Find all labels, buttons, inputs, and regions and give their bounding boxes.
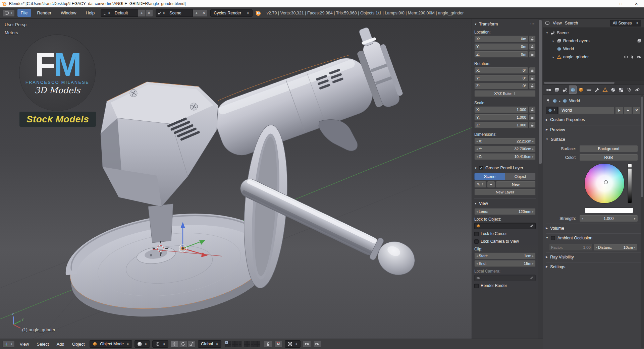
panel-surface[interactable]: ▼Surface — [546, 135, 641, 143]
opengl-render-anim-button[interactable] — [313, 340, 321, 348]
pivot-select[interactable]: ⇕ — [152, 340, 168, 348]
dimension-x-field[interactable]: ◂X:22.21cm▸ — [474, 138, 536, 144]
rotation-z-field[interactable]: Z:0° — [474, 82, 528, 89]
manipulator-rotate-button[interactable] — [179, 340, 187, 348]
transform-orientation-select[interactable]: Global ⇕ — [198, 340, 221, 348]
eyedropper-icon[interactable] — [530, 224, 534, 228]
visibility-eye-icon[interactable] — [624, 55, 628, 59]
tab-scene[interactable] — [561, 85, 569, 94]
grease-pencil-datablock-button[interactable]: ✎⇕ — [474, 181, 486, 188]
scene-name-field[interactable]: Scene — [167, 9, 193, 17]
menu-render[interactable]: Render — [34, 9, 55, 17]
panel-settings[interactable]: ▶Settings — [546, 262, 641, 271]
properties-scrollbar[interactable] — [641, 95, 644, 348]
tab-object[interactable] — [577, 85, 585, 94]
snap-element-select[interactable]: ⇕ — [285, 340, 301, 348]
lock-scale-x-button[interactable] — [529, 106, 536, 113]
add-world-button[interactable]: + — [624, 107, 632, 114]
lock-object-field[interactable] — [474, 223, 536, 229]
location-z-field[interactable]: Z:0m — [474, 51, 528, 58]
rotation-x-field[interactable]: X:0° — [474, 67, 528, 74]
tab-physics[interactable] — [633, 85, 641, 94]
screen-browse-button[interactable]: ⇕ — [101, 9, 112, 17]
editor-type-button[interactable]: ⇕ — [2, 9, 15, 17]
dimension-y-field[interactable]: ◂Y:32.706cm▸ — [474, 146, 536, 152]
outliner-display-filter[interactable]: All Scenes ⇕ — [610, 20, 641, 26]
render-border-checkbox[interactable] — [474, 284, 479, 288]
lock-location-x-button[interactable] — [529, 36, 536, 42]
rotation-y-field[interactable]: Y:0° — [474, 75, 528, 81]
tab-scene[interactable]: Scene — [474, 173, 505, 180]
menu-view-3d[interactable]: View — [17, 340, 32, 348]
grease-pencil-new-button[interactable]: New — [496, 181, 536, 188]
pin-icon[interactable] — [546, 99, 550, 103]
world-browse-button[interactable]: ⇕ — [546, 107, 558, 114]
ao-distance-slider[interactable]: ◂Distanc:10cm▸ — [594, 244, 637, 251]
location-x-field[interactable]: X:0m — [474, 36, 528, 42]
menu-select[interactable]: Select — [34, 340, 52, 348]
tab-render[interactable] — [545, 85, 552, 94]
viewport-3d[interactable]: z y x User Persp Meters (1) angle_grinde… — [0, 19, 543, 339]
screen-name-field[interactable]: Default — [112, 9, 138, 17]
ambient-occlusion-checkbox[interactable] — [551, 236, 555, 240]
scale-z-field[interactable]: Z:1.000 — [474, 122, 528, 128]
menu-window[interactable]: Window — [57, 9, 79, 17]
maximize-button[interactable]: □ — [613, 0, 629, 7]
tab-render-layers[interactable] — [553, 85, 560, 94]
screen-add-button[interactable]: + — [138, 9, 146, 17]
value-slider[interactable] — [628, 164, 632, 203]
model-angle-grinder[interactable] — [64, 23, 420, 328]
fake-user-button[interactable]: F — [615, 107, 623, 114]
expander-icon[interactable]: ▸ — [552, 55, 555, 59]
lock-rotation-y-button[interactable] — [529, 75, 536, 81]
render-engine-select[interactable]: Cycles Render ⇕ — [210, 9, 253, 17]
grease-pencil-checkbox[interactable]: ✓ — [479, 166, 483, 170]
tab-object[interactable]: Object — [505, 173, 536, 180]
render-visibility-icon[interactable] — [637, 55, 642, 59]
surface-type-select[interactable]: Background — [579, 145, 638, 152]
menu-help[interactable]: Help — [82, 9, 98, 17]
panel-transform-header[interactable]: ▼ Transform ∷∷ — [474, 20, 536, 28]
screen-delete-button[interactable]: ✕ — [146, 9, 153, 17]
lock-to-cursor-checkbox[interactable] — [474, 232, 479, 236]
panel-grease-pencil-header[interactable]: ▼ ✓ Grease Pencil Layer — [474, 163, 536, 172]
value-slider-handle[interactable] — [628, 167, 632, 169]
lock-scale-z-button[interactable] — [529, 122, 536, 128]
tab-modifiers[interactable] — [593, 85, 601, 94]
ao-factor-field[interactable]: Factor:1.00 — [549, 244, 593, 251]
tab-particles[interactable] — [625, 85, 633, 94]
expander-icon[interactable]: ▸ — [552, 39, 555, 43]
outliner-menu-search[interactable]: Search — [565, 21, 578, 25]
scale-x-field[interactable]: X:1.000 — [474, 106, 528, 113]
world-name-field[interactable]: World — [558, 107, 614, 114]
viewport-scrollbar[interactable] — [538, 19, 543, 339]
outliner-item-world[interactable]: World — [543, 45, 644, 53]
lock-layers-button[interactable] — [264, 340, 272, 348]
close-button[interactable]: ✕ — [629, 0, 644, 7]
lock-location-z-button[interactable] — [529, 51, 536, 58]
scene-add-button[interactable]: + — [193, 9, 200, 17]
expander-icon[interactable]: ▾ — [545, 31, 549, 35]
color-mode-button[interactable]: RGB — [579, 154, 638, 161]
tab-object-data[interactable] — [601, 85, 609, 94]
viewport-shading-select[interactable]: ⇕ — [135, 340, 150, 348]
panel-custom-properties[interactable]: ▶Custom Properties — [546, 115, 641, 124]
color-swatch[interactable] — [585, 208, 633, 213]
outliner-menu-view[interactable]: View — [553, 21, 562, 25]
scene-delete-button[interactable]: ✕ — [200, 9, 208, 17]
panel-preview[interactable]: ▶Preview — [546, 125, 641, 134]
scale-y-field[interactable]: Y:1.000 — [474, 114, 528, 121]
layer-1[interactable] — [225, 341, 228, 344]
manipulator-translate-button[interactable] — [171, 340, 179, 348]
menu-add[interactable]: Add — [54, 340, 67, 348]
clip-start-field[interactable]: ◂Start:1cm▸ — [474, 252, 536, 259]
panel-volume[interactable]: ▶Volume — [546, 224, 641, 232]
panel-view-header[interactable]: ▼ View — [474, 198, 536, 207]
mode-select[interactable]: Object Mode ⇕ — [90, 340, 132, 348]
scrollbar-thumb[interactable] — [641, 97, 643, 197]
tab-material[interactable] — [609, 85, 617, 94]
minimize-button[interactable]: ─ — [598, 0, 613, 7]
menu-object[interactable]: Object — [69, 340, 88, 348]
outliner-item-angle-grinder[interactable]: ▸ angle_grinder — [543, 53, 644, 61]
lock-location-y-button[interactable] — [529, 43, 536, 50]
